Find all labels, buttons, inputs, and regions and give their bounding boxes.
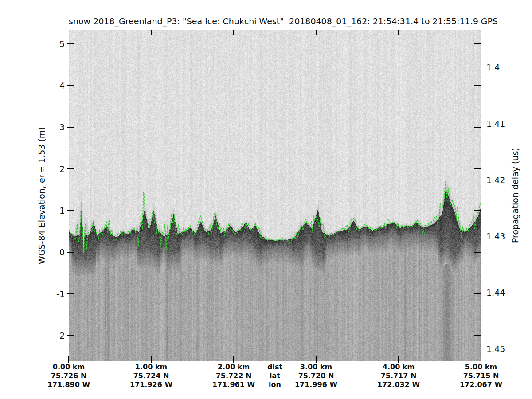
y-left-tick-label: 0 bbox=[25, 247, 65, 258]
x-top-tick-mark bbox=[398, 30, 399, 35]
x-bottom-tick-mark bbox=[151, 356, 152, 363]
x-label-lon: 171.996 W bbox=[285, 380, 347, 389]
x-label-dist: 4.00 km bbox=[368, 363, 430, 372]
y-right-axis-label: Propagation delay (us) bbox=[509, 30, 521, 361]
y-right-tick-label: 1.44 bbox=[486, 287, 526, 298]
x-label-lat: 75.726 N bbox=[38, 372, 100, 380]
x-label-lon: 171.890 W bbox=[38, 380, 100, 389]
y-left-tick-mark bbox=[67, 168, 74, 169]
x-axis-row-header-lat: lat bbox=[262, 372, 288, 380]
y-left-tick-label: -1 bbox=[25, 289, 65, 299]
y-right-tick-label: 1.42 bbox=[486, 175, 526, 185]
y-left-tick-mark bbox=[67, 335, 74, 336]
x-label-lon: 172.067 W bbox=[450, 380, 512, 389]
y-left-tick-label: -2 bbox=[25, 330, 65, 341]
x-label-lon: 172.032 W bbox=[368, 380, 430, 389]
y-right-tick-mark bbox=[474, 85, 481, 86]
x-bottom-tick-mark bbox=[316, 356, 317, 363]
x-label-lat: 75.724 N bbox=[120, 372, 182, 380]
y-left-tick-label: 1 bbox=[25, 205, 65, 216]
x-label-lat: 75.717 N bbox=[368, 372, 430, 380]
x-bottom-tick-mark bbox=[481, 356, 481, 363]
x-label-dist: 5.00 km bbox=[450, 363, 512, 372]
x-top-tick-mark bbox=[233, 30, 234, 35]
echogram-plot bbox=[69, 30, 481, 361]
x-label-dist: 1.00 km bbox=[120, 363, 182, 372]
x-axis-row-header-dist: dist bbox=[262, 363, 288, 372]
x-label-lon: 171.961 W bbox=[203, 380, 265, 389]
y-right-tick-mark bbox=[474, 335, 481, 336]
x-label-dist: 3.00 km bbox=[285, 363, 347, 372]
x-label-dist: 2.00 km bbox=[203, 363, 265, 372]
y-left-tick-label: 3 bbox=[25, 122, 65, 133]
y-right-tick-mark bbox=[474, 168, 481, 169]
y-right-tick-mark bbox=[474, 252, 481, 253]
y-left-tick-mark bbox=[67, 85, 74, 86]
y-right-tick-mark bbox=[474, 210, 481, 211]
x-label-dist: 0.00 km bbox=[38, 363, 100, 372]
y-left-tick-label: 5 bbox=[25, 39, 65, 49]
figure-root: snow 2018_Greenland_P3: "Sea Ice: Chukch… bbox=[0, 0, 532, 399]
y-left-tick-mark bbox=[67, 210, 74, 211]
y-left-tick-label: 4 bbox=[25, 80, 65, 91]
x-top-tick-mark bbox=[316, 30, 317, 35]
y-left-tick-mark bbox=[67, 293, 74, 294]
x-label-lat: 75.720 N bbox=[285, 372, 347, 380]
y-right-tick-label: 1.43 bbox=[486, 231, 526, 242]
x-label-lat: 75.715 N bbox=[450, 372, 512, 380]
y-right-tick-mark bbox=[474, 293, 481, 294]
x-top-tick-mark bbox=[151, 30, 152, 35]
echogram-canvas bbox=[69, 30, 481, 361]
y-left-axis-label: WGS-84 Elevation, er = 1.53 (m) bbox=[35, 30, 48, 361]
y-left-tick-mark bbox=[67, 127, 74, 128]
x-bottom-tick-mark bbox=[398, 356, 399, 363]
y-right-tick-mark bbox=[474, 43, 481, 44]
x-axis-row-header-lon: lon bbox=[262, 380, 288, 389]
y-left-tick-label: 2 bbox=[25, 164, 65, 174]
x-bottom-tick-mark bbox=[68, 356, 69, 363]
y-right-tick-label: 1.41 bbox=[486, 118, 526, 129]
y-right-tick-label: 1.4 bbox=[486, 62, 526, 73]
x-bottom-tick-mark bbox=[233, 356, 234, 363]
x-label-lon: 171.926 W bbox=[120, 380, 182, 389]
plot-title: snow 2018_Greenland_P3: "Sea Ice: Chukch… bbox=[69, 16, 481, 27]
y-left-tick-mark bbox=[67, 43, 74, 44]
x-label-lat: 75.722 N bbox=[203, 372, 265, 380]
y-right-tick-label: 1.45 bbox=[486, 344, 526, 354]
y-left-tick-mark bbox=[67, 252, 74, 253]
y-right-tick-mark bbox=[474, 127, 481, 128]
